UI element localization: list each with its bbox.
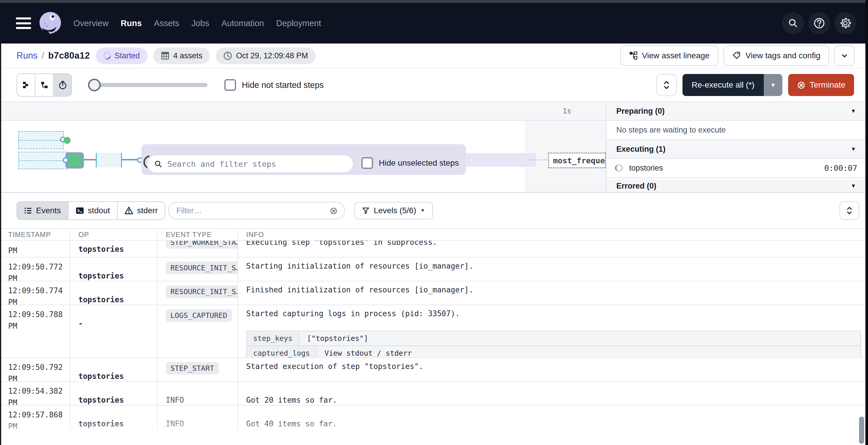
warning-triangle-icon (125, 206, 133, 215)
expand-logs-button[interactable] (840, 201, 859, 220)
step-search-box[interactable] (147, 155, 353, 173)
waterfall-view-icon[interactable] (35, 74, 53, 96)
collapse-caret-icon: ▼ (850, 183, 856, 189)
gantt-step-dot[interactable] (64, 137, 70, 144)
chevron-down-icon (841, 52, 848, 60)
errored-section-header[interactable]: Errored (0) ▼ (607, 179, 866, 192)
log-filter-input[interactable] (176, 206, 326, 215)
reexecute-dropdown-caret[interactable]: ▼ (764, 74, 782, 96)
view-asset-lineage-button[interactable]: View asset lineage (620, 45, 718, 66)
hide-not-started-label: Hide not started steps (242, 80, 324, 90)
tab-stderr[interactable]: stderr (117, 202, 165, 219)
event-type-pill: STEP_WORKER_STA… (166, 241, 238, 249)
grid-icon (161, 52, 169, 60)
event-type-pill: RESOURCE_INIT_S… (166, 285, 238, 298)
view-tags-config-button[interactable]: View tags and config (723, 45, 829, 66)
collapse-caret-icon: ▼ (850, 108, 856, 114)
expand-collapse-icon (663, 80, 670, 90)
header-more-dropdown-button[interactable] (834, 45, 855, 66)
executing-step-row[interactable]: topstories 0:00:07 (607, 159, 866, 178)
clear-filter-icon[interactable]: ⊗ (330, 206, 338, 215)
tab-stdout[interactable]: stdout (68, 202, 117, 219)
nav-item-jobs[interactable]: Jobs (191, 19, 209, 28)
timed-view-icon[interactable] (53, 74, 71, 96)
slider-thumb[interactable] (88, 79, 101, 91)
time-tick-label: 1s (563, 107, 571, 115)
log-row[interactable]: 12:09:50.788PM - LOGS_CAPTURED Started c… (0, 305, 868, 358)
terminate-button[interactable]: ⊗ Terminate (788, 74, 854, 96)
log-row[interactable]: 12:09:50.772PM topstories RESOURCE_INIT_… (0, 258, 868, 281)
dagster-logo-icon[interactable] (38, 11, 62, 35)
gantt-step-clipped[interactable]: most_frequent_ (548, 152, 606, 168)
nav-item-runs[interactable]: Runs (121, 19, 142, 28)
run-logs-section: Events stdout stderr ⊗ Levels (5/6) ▼ (0, 192, 868, 445)
checkbox-box[interactable] (224, 79, 236, 91)
log-row[interactable]: 12:09:50.774PM topstories RESOURCE_INIT_… (0, 281, 868, 305)
gantt-highlight-band (465, 153, 536, 167)
step-search-input[interactable] (167, 159, 346, 169)
step-spinner-icon (615, 164, 623, 172)
tag-icon (732, 51, 741, 60)
gantt-view-mode-group (17, 73, 72, 97)
step-name: topstories (629, 164, 663, 173)
terminate-icon: ⊗ (797, 80, 806, 90)
nav-item-assets[interactable]: Assets (154, 19, 179, 28)
log-view-tabs: Events stdout stderr (17, 201, 165, 220)
breadcrumb-runs-link[interactable]: Runs (17, 50, 37, 61)
metadata-row: step_keys ["topstories"] (247, 331, 861, 345)
help-icon[interactable] (808, 12, 830, 34)
event-type-pill: STEP_START (166, 362, 219, 375)
log-filter-field[interactable]: ⊗ (168, 202, 345, 219)
nav-item-automation[interactable]: Automation (221, 19, 264, 28)
breadcrumb: Runs / b7c80a12 (17, 50, 90, 61)
start-time-badge: Oct 29, 12:09:48 PM (216, 47, 315, 64)
nav-item-overview[interactable]: Overview (73, 19, 108, 28)
tab-events[interactable]: Events (17, 202, 68, 219)
settings-gear-icon[interactable] (834, 12, 857, 34)
hide-unselected-checkbox[interactable]: Hide unselected steps (362, 157, 459, 169)
expand-collapse-icon (846, 206, 853, 215)
nav-item-deployment[interactable]: Deployment (276, 19, 321, 28)
gantt-timeline-strip: 1s (0, 102, 606, 121)
event-list-icon (24, 207, 32, 215)
window-left-edge (0, 43, 1, 445)
step-leader-line (529, 159, 548, 161)
reexecute-all-button[interactable]: Re-execute all (*) (682, 74, 764, 96)
assets-count-badge[interactable]: 4 assets (153, 47, 210, 64)
log-row[interactable]: 12:09:54.382PM topstories INFO Got 20 it… (0, 382, 868, 406)
preparing-section-header[interactable]: Preparing (0) ▼ (607, 102, 866, 121)
hide-unselected-label: Hide unselected steps (379, 159, 459, 168)
levels-dropdown-button[interactable]: Levels (5/6) ▼ (354, 202, 433, 219)
col-op: OP (70, 229, 157, 240)
nav-actions (782, 12, 857, 34)
step-state-panel: Preparing (0) ▼ No steps are waiting to … (606, 102, 866, 192)
vertical-scrollbar[interactable] (859, 417, 864, 444)
search-icon (154, 160, 162, 168)
gantt-toolbar: Hide not started steps Re-execute all (*… (0, 68, 868, 102)
log-table-body: PM topstories STEP_WORKER_STA… Executing… (0, 241, 868, 445)
run-header: Runs / b7c80a12 Started 4 assets Oct 29,… (0, 43, 868, 68)
log-row[interactable]: PM topstories STEP_WORKER_STA… Executing… (0, 241, 868, 258)
slider-track[interactable] (88, 83, 208, 87)
clock-icon (223, 52, 232, 60)
log-row[interactable]: 12:09:57.868PM topstories INFO Got 40 it… (0, 406, 868, 445)
hide-not-started-checkbox[interactable]: Hide not started steps (224, 79, 324, 91)
dependency-node (63, 157, 68, 163)
zoom-slider[interactable] (88, 79, 208, 91)
col-event-type: EVENT TYPE (157, 229, 238, 240)
event-type-label: INFO (166, 419, 184, 428)
logs-toolbar: Events stdout stderr ⊗ Levels (5/6) ▼ (0, 193, 868, 228)
gantt-step-running[interactable] (96, 153, 122, 167)
log-row[interactable]: 12:09:50.792PM topstories STEP_START Sta… (0, 358, 868, 382)
flat-view-icon[interactable] (17, 74, 35, 96)
chevron-down-icon: ▼ (421, 208, 425, 213)
search-icon[interactable] (782, 12, 804, 34)
captured-logs-link[interactable]: View stdout / stderr (317, 346, 861, 357)
spinner-icon (102, 50, 112, 61)
menu-icon[interactable] (16, 18, 31, 29)
expand-panels-button[interactable] (656, 74, 677, 96)
gantt-step-not-started-1[interactable] (18, 131, 64, 149)
gantt-step-not-started-2[interactable] (18, 152, 67, 169)
checkbox-box[interactable] (362, 157, 373, 169)
executing-section-header[interactable]: Executing (1) ▼ (607, 140, 866, 159)
